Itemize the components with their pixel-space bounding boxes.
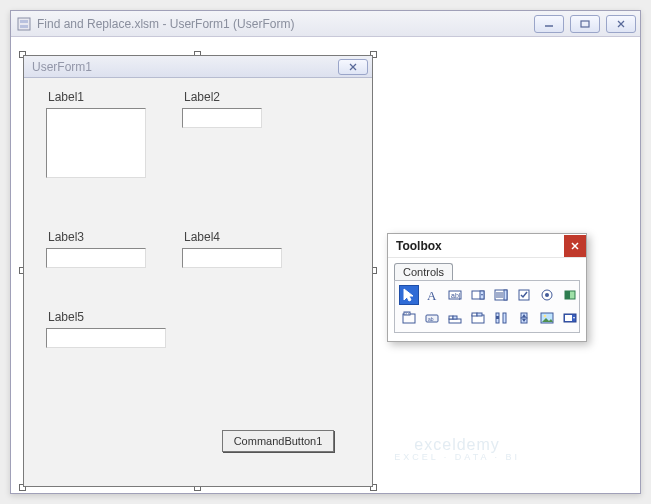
toolbox-close-button[interactable]	[564, 235, 586, 257]
userform-canvas[interactable]: UserForm1 Label1 Label2 Label3 Label4 La…	[23, 55, 373, 487]
window-title: Find and Replace.xlsm - UserForm1 (UserF…	[37, 17, 534, 31]
tool-select-icon[interactable]	[399, 285, 419, 305]
svg-rect-20	[504, 290, 507, 300]
tool-togglebutton-icon[interactable]	[560, 285, 580, 305]
userform-body[interactable]: Label1 Label2 Label3 Label4 Label5 Comma…	[24, 78, 372, 486]
svg-rect-25	[565, 291, 570, 299]
close-button[interactable]	[606, 15, 636, 33]
label5[interactable]: Label5	[48, 310, 84, 324]
textbox4[interactable]	[182, 248, 282, 268]
label1[interactable]: Label1	[48, 90, 84, 104]
toolbox-tabs: Controls	[388, 258, 586, 280]
toolbox-title: Toolbox	[396, 239, 564, 253]
svg-rect-31	[449, 319, 461, 323]
maximize-button[interactable]	[570, 15, 600, 33]
tool-checkbox-icon[interactable]	[514, 285, 534, 305]
userform-close-button[interactable]	[338, 59, 368, 75]
vbe-userform-window: Find and Replace.xlsm - UserForm1 (UserF…	[10, 10, 641, 494]
toolbox-tab-controls[interactable]: Controls	[394, 263, 453, 280]
tool-scrollbar-icon[interactable]	[491, 308, 511, 328]
svg-text:ab: ab	[428, 316, 434, 322]
textbox3[interactable]	[46, 248, 146, 268]
watermark-main: exceldemy	[394, 436, 520, 454]
svg-rect-45	[565, 315, 572, 321]
svg-text:ab|: ab|	[451, 292, 461, 300]
svg-rect-32	[449, 316, 453, 319]
label3[interactable]: Label3	[48, 230, 84, 244]
window-client-area: UserForm1 Label1 Label2 Label3 Label4 La…	[11, 37, 640, 493]
watermark-sub: EXCEL · DATA · BI	[394, 453, 520, 463]
svg-text:XY: XY	[405, 312, 410, 316]
svg-rect-4	[581, 21, 589, 27]
tool-spinbutton-icon[interactable]	[514, 308, 534, 328]
toolbox-titlebar[interactable]: Toolbox	[388, 234, 586, 258]
tool-tabstrip-icon[interactable]	[445, 308, 465, 328]
app-icon	[17, 17, 31, 31]
svg-text:A: A	[427, 288, 437, 302]
watermark: exceldemy EXCEL · DATA · BI	[394, 436, 520, 463]
userform-designer[interactable]: UserForm1 Label1 Label2 Label3 Label4 La…	[23, 55, 373, 487]
label2[interactable]: Label2	[184, 90, 220, 104]
tool-listbox-icon[interactable]	[491, 285, 511, 305]
svg-rect-1	[20, 20, 28, 23]
svg-rect-0	[18, 18, 30, 30]
textbox2[interactable]	[182, 108, 262, 128]
svg-rect-35	[472, 313, 477, 316]
tool-multipage-icon[interactable]	[468, 308, 488, 328]
svg-rect-38	[503, 313, 506, 323]
window-titlebar[interactable]: Find and Replace.xlsm - UserForm1 (UserF…	[11, 11, 640, 37]
svg-rect-2	[20, 25, 28, 28]
tool-textbox-icon[interactable]: ab|	[445, 285, 465, 305]
svg-rect-39	[496, 316, 499, 319]
textbox1[interactable]	[46, 108, 146, 178]
svg-point-43	[544, 315, 547, 318]
tool-optionbutton-icon[interactable]	[537, 285, 557, 305]
command-button-1[interactable]: CommandButton1	[222, 430, 334, 452]
toolbox-controls-grid: A ab| XY ab	[394, 280, 580, 333]
svg-rect-36	[477, 313, 482, 316]
tool-commandbutton-icon[interactable]: ab	[422, 308, 442, 328]
command-button-label: CommandButton1	[234, 435, 323, 447]
svg-rect-33	[453, 316, 457, 319]
tool-combobox-icon[interactable]	[468, 285, 488, 305]
tool-refedit-icon[interactable]	[560, 308, 580, 328]
userform-title: UserForm1	[32, 60, 338, 74]
tool-label-icon[interactable]: A	[422, 285, 442, 305]
textbox5[interactable]	[46, 328, 166, 348]
tool-image-icon[interactable]	[537, 308, 557, 328]
svg-point-23	[545, 293, 549, 297]
userform-titlebar[interactable]: UserForm1	[24, 56, 372, 78]
label4[interactable]: Label4	[184, 230, 220, 244]
toolbox-window[interactable]: Toolbox Controls A ab| XY ab	[387, 233, 587, 342]
minimize-button[interactable]	[534, 15, 564, 33]
tool-frame-icon[interactable]: XY	[399, 308, 419, 328]
